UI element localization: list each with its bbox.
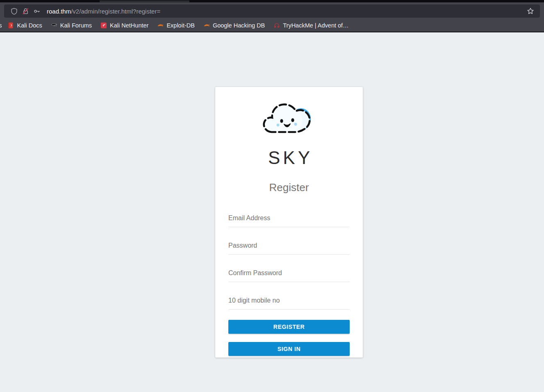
confirm-password-field[interactable] <box>228 268 350 282</box>
bookmark-item-truncated[interactable]: ls <box>0 22 2 29</box>
bookmark-label: Google Hacking DB <box>213 22 265 29</box>
bookmark-item-kali-docs[interactable]: Kali Docs <box>7 22 42 29</box>
register-card: SKY Register REGISTER SIGN IN <box>215 87 363 358</box>
tab-strip <box>0 0 544 2</box>
confirm-password-field-wrap <box>228 268 350 282</box>
email-field[interactable] <box>228 213 350 227</box>
bookmark-item-tryhackme[interactable]: TryHackMe | Advent of… <box>273 22 348 29</box>
bookmark-label: ls <box>0 22 2 29</box>
sign-in-button[interactable]: SIGN IN <box>228 342 350 356</box>
bookmark-item-kali-nethunter[interactable]: Kali NetHunter <box>100 22 148 29</box>
mobile-number-field[interactable] <box>228 295 350 310</box>
bookmark-label: Kali NetHunter <box>110 22 148 29</box>
kali-forums-favicon <box>51 22 57 29</box>
mobile-number-field-wrap <box>228 295 350 310</box>
page-viewport: SKY Register REGISTER SIGN IN <box>0 32 544 392</box>
browser-tab[interactable] <box>100 0 189 2</box>
bookmark-star-icon[interactable] <box>527 7 534 15</box>
bookmark-item-exploit-db[interactable]: Exploit-DB <box>157 22 195 29</box>
bookmark-item-google-hacking-db[interactable]: Google Hacking DB <box>203 22 265 29</box>
bookmark-item-kali-forums[interactable]: Kali Forums <box>51 22 92 29</box>
exploit-db-favicon <box>157 22 164 29</box>
url-path: /v2/admin/register.html?register= <box>71 8 160 15</box>
bookmark-label: Exploit-DB <box>166 22 195 29</box>
password-field[interactable] <box>228 240 350 255</box>
sky-cloud-logo-icon <box>261 100 317 141</box>
url-text[interactable]: road.thm/v2/admin/register.html?register… <box>47 8 525 15</box>
register-button[interactable]: REGISTER <box>228 320 350 334</box>
bookmarks-toolbar: ls Kali Docs Kali Forums <box>0 19 544 32</box>
site-logo: SKY <box>228 87 350 168</box>
browser-chrome: road.thm/v2/admin/register.html?register… <box>0 0 544 32</box>
bookmark-label: Kali Forums <box>60 22 92 29</box>
bookmark-label: Kali Docs <box>17 22 42 29</box>
saved-login-key-icon[interactable] <box>33 7 41 15</box>
google-hacking-db-favicon <box>203 22 210 29</box>
logo-wordmark: SKY <box>228 148 350 168</box>
url-domain: road.thm <box>47 8 71 15</box>
tracking-protection-shield-icon[interactable] <box>10 7 18 15</box>
bookmark-label: TryHackMe | Advent of… <box>283 22 348 29</box>
register-form: REGISTER SIGN IN <box>228 213 350 356</box>
kali-nethunter-favicon <box>100 22 107 29</box>
insecure-lock-icon[interactable] <box>22 7 29 15</box>
url-bar[interactable]: road.thm/v2/admin/register.html?register… <box>4 5 540 18</box>
tryhackme-favicon <box>273 22 280 29</box>
kali-docs-favicon <box>7 22 14 29</box>
navigation-toolbar: road.thm/v2/admin/register.html?register… <box>0 3 544 19</box>
email-field-wrap <box>228 213 350 227</box>
page-title: Register <box>228 181 350 194</box>
password-field-wrap <box>228 240 350 255</box>
